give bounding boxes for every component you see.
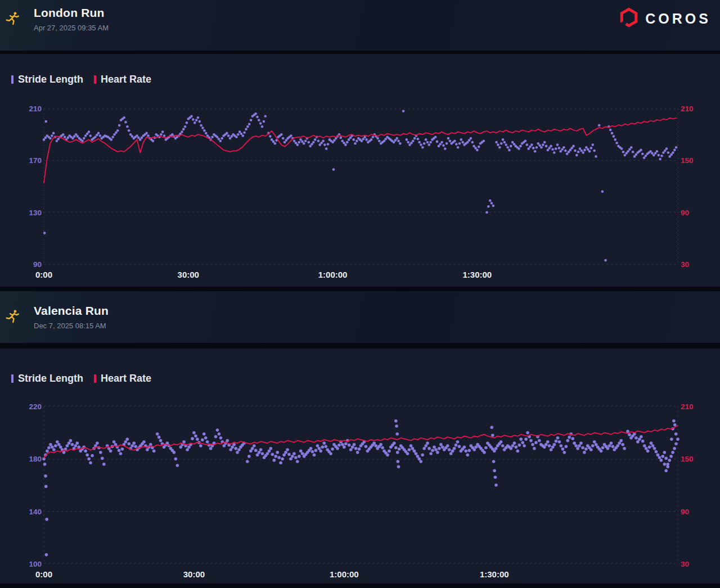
chart-valencia: 22021018015014090100300:0030:001:00:001:… [29,402,693,579]
left-axis-tick: 140 [29,508,42,516]
x-axis-tick: 0:00 [35,270,52,279]
right-axis-tick: 90 [681,209,689,217]
stride-length-scatter [43,110,678,261]
heart-rate-line [44,426,678,458]
gridlines: 2202101801501409010030 [29,402,693,568]
left-axis-tick: 180 [29,455,42,463]
x-axis-tick: 1:30:00 [480,569,509,579]
right-axis-tick: 210 [681,402,694,411]
x-axis-tick: 30:00 [178,270,199,279]
gridlines: 210210170150130909030 [29,105,693,269]
right-axis-tick: 90 [681,508,689,516]
right-axis-tick: 150 [681,156,694,165]
left-axis-tick: 90 [33,260,42,269]
left-axis-tick: 220 [29,402,42,411]
left-axis-tick: 130 [29,209,42,217]
left-axis-tick: 210 [29,105,42,113]
x-axis-tick: 1:00:00 [318,270,348,279]
right-axis-tick: 30 [681,560,689,568]
chart-london: 2102101701501309090300:0030:001:00:001:3… [29,105,693,279]
activity-charts[interactable]: 2102101701501309090300:0030:001:00:001:3… [0,0,720,588]
right-axis-tick: 210 [681,105,694,113]
left-axis-tick: 100 [29,560,42,568]
left-axis-tick: 170 [29,156,42,165]
x-axis-tick: 0:00 [35,569,52,579]
x-axis-tick: 1:30:00 [463,270,492,279]
right-axis-tick: 30 [681,260,689,269]
right-axis-tick: 150 [681,455,694,463]
x-axis-tick: 1:00:00 [330,569,359,579]
x-axis-tick: 30:00 [183,569,205,579]
